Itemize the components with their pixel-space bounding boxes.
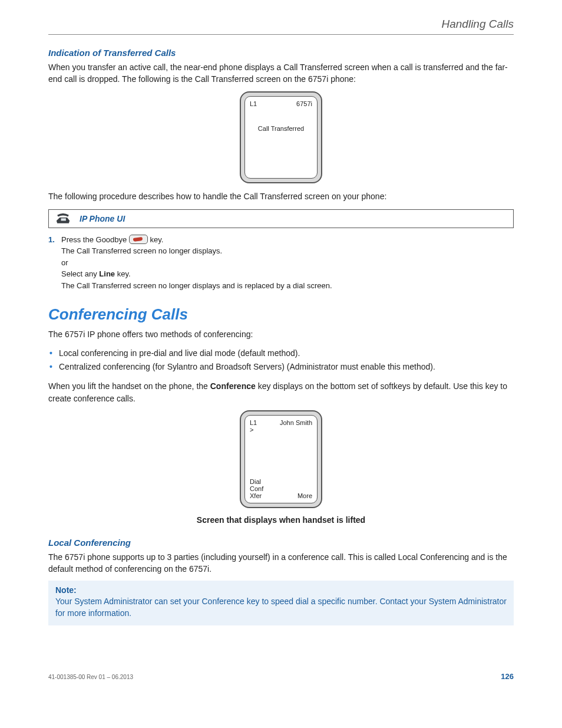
note-box: Note: Your System Administrator can set … bbox=[48, 581, 514, 625]
note-title: Note: bbox=[55, 585, 507, 595]
phone-softkey-xfer: Xfer bbox=[250, 492, 262, 499]
section-title-indication: Indication of Transferred Calls bbox=[48, 48, 514, 58]
phone-softkey-more: More bbox=[297, 492, 312, 499]
paragraph: When you lift the handset on the phone, … bbox=[48, 380, 514, 404]
phone-screen-dial: L1 John Smith > Dial Conf Xfer More bbox=[240, 410, 322, 508]
page-number: 126 bbox=[501, 672, 514, 681]
step-text: The Call Transferred screen no longer di… bbox=[61, 246, 222, 255]
list-item: Centralized conferencing (for Sylantro a… bbox=[48, 360, 514, 374]
phone-softkey-conf: Conf bbox=[250, 485, 312, 492]
phone-status-text: Call Transferred bbox=[250, 125, 312, 132]
note-body: Your System Administrator can set your C… bbox=[55, 596, 507, 619]
ip-phone-ui-label: IP Phone UI bbox=[80, 214, 125, 223]
section-title-local-conferencing: Local Conferencing bbox=[48, 538, 514, 548]
step-1: 1. Press the Goodbye key. The Call Trans… bbox=[48, 234, 514, 292]
figure-caption: Screen that displays when handset is lif… bbox=[48, 515, 514, 525]
footer-doc-id: 41-001385-00 Rev 01 – 06.2013 bbox=[48, 674, 133, 680]
phone-cursor: > bbox=[250, 426, 312, 433]
goodbye-key-icon bbox=[129, 235, 148, 244]
paragraph: The 6757i phone supports up to 3 parties… bbox=[48, 551, 514, 575]
header-rule bbox=[48, 34, 514, 35]
phone-caller-name: John Smith bbox=[280, 419, 312, 426]
paragraph-bold: Conference bbox=[210, 381, 256, 391]
paragraph: When you transfer an active call, the ne… bbox=[48, 61, 514, 85]
phone-model-label: 6757i bbox=[296, 100, 312, 107]
paragraph: The following procedure describes how to… bbox=[48, 190, 514, 202]
step-text: Press the Goodbye bbox=[61, 235, 129, 244]
ip-phone-ui-box: IP Phone UI bbox=[48, 209, 514, 228]
phone-line-label: L1 bbox=[250, 419, 257, 426]
step-text: or bbox=[61, 258, 68, 267]
phone-line-label: L1 bbox=[250, 100, 257, 107]
step-number: 1. bbox=[48, 234, 55, 246]
section-title-conferencing: Conferencing Calls bbox=[48, 305, 514, 324]
step-text: key. bbox=[115, 269, 131, 278]
bullet-list: Local conferencing in pre-dial and live … bbox=[48, 347, 514, 375]
phone-softkey-dial: Dial bbox=[250, 478, 312, 485]
desk-phone-icon bbox=[55, 212, 71, 225]
paragraph: The 6757i IP phone offers two methods of… bbox=[48, 328, 514, 340]
phone-screen-call-transferred: L1 6757i Call Transferred bbox=[240, 91, 322, 183]
list-item: Local conferencing in pre-dial and live … bbox=[48, 347, 514, 361]
step-text: key. bbox=[148, 235, 164, 244]
svg-rect-0 bbox=[61, 218, 66, 220]
step-text: The Call Transferred screen no longer di… bbox=[61, 281, 332, 290]
paragraph-text: When you lift the handset on the phone, … bbox=[48, 381, 210, 391]
running-header: Handling Calls bbox=[48, 18, 514, 31]
step-text: Select any bbox=[61, 269, 99, 278]
step-text-bold: Line bbox=[99, 269, 115, 278]
